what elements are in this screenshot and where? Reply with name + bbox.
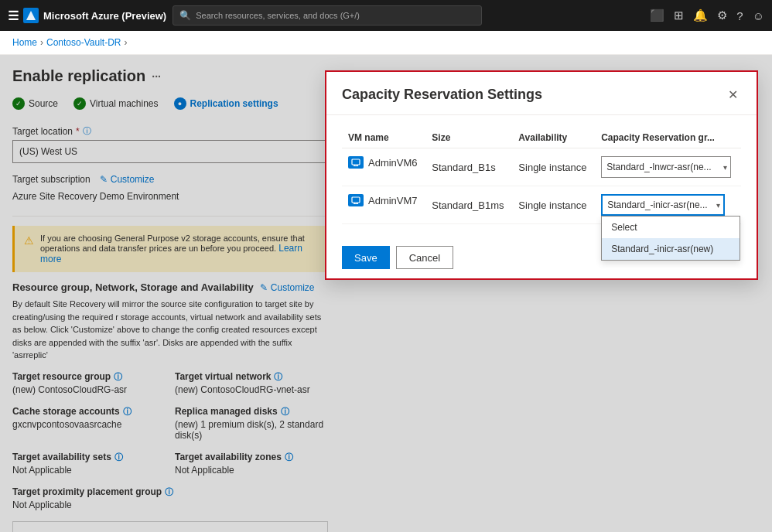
- col-cap-res: Capacity Reservation gr...: [595, 128, 741, 148]
- modal-table: VM name Size Availability Capacity Reser…: [342, 128, 741, 224]
- row2-avail: Single instance: [512, 186, 595, 224]
- svg-marker-0: [26, 11, 36, 20]
- row2-dropdown-container: Standard_-inicr-asr(ne... ▾ Select Stand…: [601, 194, 735, 216]
- row2-dropdown-list: Select Standard_-inicr-asr(new): [601, 216, 740, 261]
- row2-dropdown-trigger[interactable]: Standard_-inicr-asr(ne... ▾: [601, 194, 725, 216]
- col-availability: Availability: [512, 128, 595, 148]
- breadcrumb-sep-2: ›: [125, 37, 128, 48]
- topbar-actions: ⬛ ⊞ 🔔 ⚙ ? ☺: [650, 9, 764, 22]
- cancel-button[interactable]: Cancel: [396, 246, 453, 269]
- row1-size: Standard_B1s: [425, 148, 512, 186]
- search-icon: 🔍: [179, 10, 191, 21]
- modal-close-button[interactable]: ✕: [725, 84, 741, 105]
- breadcrumb-vault[interactable]: Contoso-Vault-DR: [46, 37, 121, 48]
- modal-header: Capacity Reservation Settings ✕: [326, 72, 757, 115]
- row2-vm: AdminVM7: [342, 186, 425, 214]
- row2-option-standard[interactable]: Standard_-inicr-asr(new): [602, 238, 740, 260]
- row1-dropdown[interactable]: Standard_-lnwcr-asr(ne... ▾: [601, 156, 731, 178]
- row2-vm-name: AdminVM7: [368, 195, 418, 206]
- hamburger-icon[interactable]: ☰: [8, 9, 19, 23]
- directory-icon[interactable]: ⊞: [674, 9, 684, 22]
- col-size: Size: [425, 128, 512, 148]
- row2-dropdown-cell: Standard_-inicr-asr(ne... ▾ Select Stand…: [595, 186, 741, 224]
- capacity-modal: Capacity Reservation Settings ✕ VM name …: [325, 70, 758, 280]
- vm-icon-2: [348, 194, 364, 206]
- modal-title: Capacity Reservation Settings: [342, 87, 542, 103]
- breadcrumb-home[interactable]: Home: [12, 37, 37, 48]
- breadcrumb: Home › Contoso-Vault-DR ›: [0, 31, 772, 55]
- search-placeholder: Search resources, services, and docs (G+…: [196, 11, 360, 20]
- row1-vm-name: AdminVM6: [368, 157, 418, 169]
- row2-dropdown-arrow-icon: ▾: [716, 201, 720, 210]
- row2-size: Standard_B1ms: [425, 186, 512, 224]
- table-header-row: VM name Size Availability Capacity Reser…: [342, 128, 741, 148]
- breadcrumb-sep-1: ›: [40, 37, 43, 48]
- row1-vm: AdminVM6: [342, 148, 425, 176]
- save-button[interactable]: Save: [342, 246, 390, 269]
- col-vm-name: VM name: [342, 128, 425, 148]
- row1-avail: Single instance: [512, 148, 595, 186]
- azure-icon: [23, 8, 39, 23]
- table-row: AdminVM6 Standard_B1s Single instance St…: [342, 148, 741, 186]
- topbar: ☰ Microsoft Azure (Preview) 🔍 Search res…: [0, 0, 772, 31]
- cloud-shell-icon[interactable]: ⬛: [650, 9, 664, 22]
- row2-dropdown-value: Standard_-inicr-asr(ne...: [607, 200, 707, 210]
- help-icon[interactable]: ?: [736, 9, 743, 22]
- vm-icon-1: [348, 156, 364, 169]
- feedback-icon[interactable]: ☺: [753, 9, 764, 22]
- settings-icon[interactable]: ⚙: [717, 9, 727, 22]
- notification-icon[interactable]: 🔔: [693, 9, 708, 22]
- row2-option-select[interactable]: Select: [602, 217, 740, 238]
- app-logo: ☰ Microsoft Azure (Preview): [8, 8, 166, 23]
- row1-dropdown-cell: Standard_-lnwcr-asr(ne... ▾: [595, 148, 741, 186]
- app-title: Microsoft Azure (Preview): [43, 10, 166, 22]
- svg-rect-1: [352, 159, 360, 165]
- global-search[interactable]: 🔍 Search resources, services, and docs (…: [173, 5, 482, 26]
- svg-rect-5: [352, 197, 360, 203]
- table-row: AdminVM7 Standard_B1ms Single instance S…: [342, 186, 741, 224]
- page-content: Enable replication ··· ✓ Source ✓ Virtua…: [0, 55, 772, 532]
- modal-body: VM name Size Availability Capacity Reser…: [326, 115, 757, 237]
- row1-dropdown-select[interactable]: Standard_-lnwcr-asr(ne...: [602, 157, 730, 177]
